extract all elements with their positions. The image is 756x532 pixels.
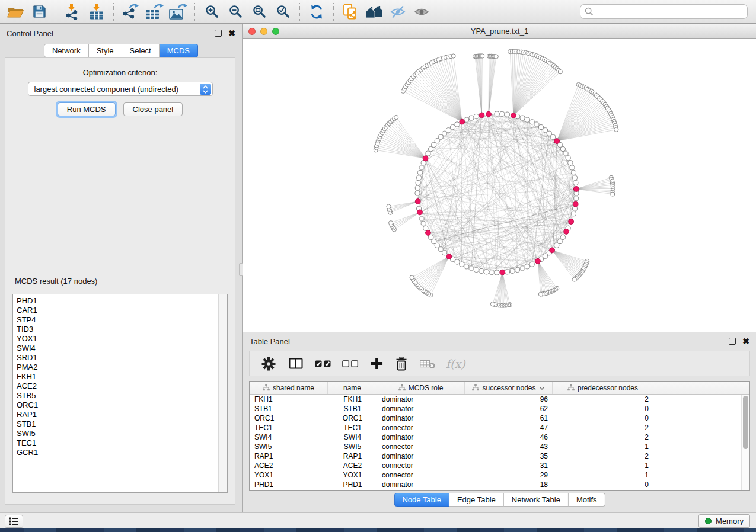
table-scrollbar-thumb[interactable] — [743, 396, 748, 449]
tab-edge-table[interactable]: Edge Table — [449, 493, 504, 507]
table-row[interactable]: RAP1RAP1dominator352 — [250, 451, 742, 461]
tab-motifs[interactable]: Motifs — [569, 493, 605, 507]
table-row[interactable]: ORC1ORC1dominator610 — [250, 414, 742, 423]
open-file-icon[interactable] — [5, 2, 26, 21]
column-label: predecessor nodes — [578, 384, 638, 392]
tab-network-table[interactable]: Network Table — [504, 493, 569, 507]
table-cell: connector — [377, 471, 465, 479]
column-header-successor-nodes[interactable]: successor nodes — [465, 382, 553, 394]
table-panel-titlebar: Table Panel ✖ — [243, 332, 756, 350]
table-cell: SWI4 — [250, 433, 328, 441]
import-table-icon[interactable] — [86, 2, 107, 21]
task-history-button[interactable] — [5, 515, 23, 528]
column-header-MCDS-role[interactable]: MCDS role — [377, 382, 465, 394]
table-cell: 31 — [465, 462, 553, 470]
refresh-network-icon[interactable] — [306, 2, 327, 21]
table-body: FKH1FKH1dominator962STB1STB1dominator620… — [250, 395, 742, 490]
table-cell: 18 — [465, 480, 553, 489]
status-bar: Memory — [0, 512, 756, 528]
column-header-name[interactable]: name — [328, 382, 377, 394]
mcds-result-item[interactable]: ORC1 — [17, 400, 218, 410]
mcds-result-item[interactable]: TEC1 — [17, 438, 218, 448]
table-row[interactable]: YOX1YOX1connector291 — [250, 470, 742, 480]
zoom-selected-icon[interactable] — [272, 2, 294, 21]
tab-mcds[interactable]: MCDS — [160, 44, 198, 57]
close-panel-icon[interactable]: ✖ — [228, 29, 235, 37]
table-scrollbar[interactable] — [741, 395, 749, 490]
table-row[interactable]: PHD1PHD1dominator180 — [250, 480, 742, 489]
column-header-shared-name[interactable]: shared name — [250, 382, 328, 394]
delete-icon[interactable] — [395, 354, 408, 374]
mcds-result-item[interactable]: STB1 — [17, 419, 218, 429]
toolbar-separator — [194, 3, 195, 21]
mcds-result-item[interactable]: SWI5 — [17, 429, 218, 438]
float-window-icon[interactable] — [729, 338, 736, 345]
table-row[interactable]: ACE2ACE2connector311 — [250, 461, 742, 470]
table-row[interactable]: TEC1TEC1connector472 — [250, 423, 742, 432]
tab-style[interactable]: Style — [89, 44, 122, 57]
table-cell: PHD1 — [328, 480, 377, 489]
toolbar-separator — [299, 3, 300, 21]
hide-selected-icon[interactable] — [387, 2, 409, 21]
first-neighbors-icon[interactable] — [363, 2, 385, 21]
column-header-predecessor-nodes[interactable]: predecessor nodes — [553, 382, 653, 394]
network-canvas-svg[interactable] — [243, 39, 756, 332]
tab-node-table[interactable]: Node Table — [394, 493, 449, 507]
mcds-result-item[interactable]: STP4 — [17, 315, 218, 325]
mcds-result-item[interactable]: STB5 — [17, 391, 218, 400]
tab-network[interactable]: Network — [44, 44, 89, 57]
table-cell: dominator — [377, 414, 465, 422]
optimization-criterion-label: Optimization criterion: — [5, 68, 235, 77]
mcds-result-title: MCDS result (17 nodes) — [13, 277, 99, 286]
mcds-result-item[interactable]: CAR1 — [17, 306, 218, 315]
close-panel-button[interactable]: Close panel — [123, 102, 183, 116]
memory-button[interactable]: Memory — [698, 514, 750, 528]
mcds-list-scrollbar[interactable] — [218, 294, 227, 492]
table-options-icon[interactable] — [261, 354, 276, 374]
run-mcds-button[interactable]: Run MCDS — [58, 102, 116, 116]
export-network-icon[interactable] — [120, 2, 141, 21]
tab-select[interactable]: Select — [122, 44, 160, 57]
table-cell: 96 — [465, 395, 553, 403]
minimize-window-icon[interactable] — [260, 28, 267, 35]
mcds-result-item[interactable]: SWI4 — [17, 344, 218, 353]
mcds-result-item[interactable]: PHD1 — [17, 296, 218, 306]
mcds-result-item[interactable]: TID3 — [17, 325, 218, 334]
table-row[interactable]: FKH1FKH1dominator962 — [250, 395, 742, 404]
mcds-result-item[interactable]: PMA2 — [17, 363, 218, 372]
clear-all-checks-icon[interactable] — [342, 354, 359, 374]
close-window-icon[interactable] — [248, 28, 256, 35]
float-window-icon[interactable] — [215, 30, 222, 37]
table-cell: 61 — [465, 414, 553, 422]
zoom-fit-icon[interactable] — [248, 2, 270, 21]
mcds-result-item[interactable]: FKH1 — [17, 372, 218, 382]
zoom-in-icon[interactable] — [201, 2, 222, 21]
clone-network-icon[interactable] — [340, 2, 361, 21]
sort-chevron-icon[interactable] — [539, 386, 545, 390]
mcds-result-item[interactable]: GCR1 — [17, 448, 218, 457]
search-input[interactable] — [596, 7, 743, 17]
mcds-result-item[interactable]: SRD1 — [17, 353, 218, 363]
show-all-icon[interactable] — [411, 2, 432, 21]
criterion-select[interactable]: largest connected component (undirected) — [28, 82, 213, 96]
add-icon[interactable] — [371, 354, 383, 374]
zoom-out-icon[interactable] — [225, 2, 246, 21]
criterion-selected-value: largest connected component (undirected) — [34, 85, 179, 94]
maximize-window-icon[interactable] — [272, 28, 279, 35]
table-cell: 1 — [553, 443, 653, 451]
table-row[interactable]: STB1STB1dominator620 — [250, 404, 742, 414]
import-network-icon[interactable] — [62, 2, 84, 21]
export-image-icon[interactable] — [167, 2, 189, 21]
table-row[interactable]: SWI4SWI4dominator462 — [250, 432, 742, 442]
select-all-checks-icon[interactable] — [315, 354, 331, 374]
mcds-result-item[interactable]: ACE2 — [17, 382, 218, 391]
mcds-result-item[interactable]: YOX1 — [17, 334, 218, 344]
export-table-icon[interactable] — [143, 2, 165, 21]
table-row[interactable]: SWI5SWI5connector431 — [250, 442, 742, 451]
show-columns-icon[interactable] — [289, 354, 303, 374]
table-cell: SWI4 — [328, 433, 377, 441]
close-panel-icon[interactable]: ✖ — [742, 337, 749, 345]
save-session-icon[interactable] — [28, 2, 50, 21]
mcds-result-item[interactable]: RAP1 — [17, 410, 218, 419]
table-cell: 43 — [465, 443, 553, 451]
